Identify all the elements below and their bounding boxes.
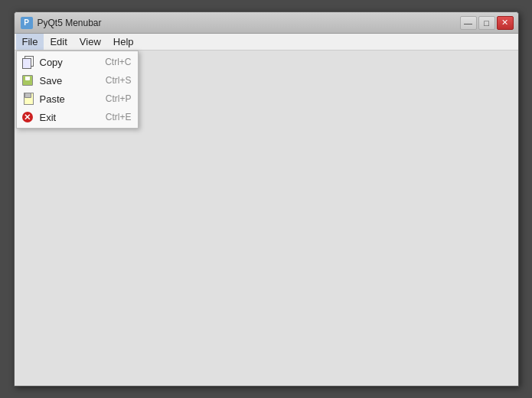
copy-icon xyxy=(20,54,35,70)
exit-icon: ✕ xyxy=(20,109,35,125)
menu-bar: File Copy Ctrl+C Save Ctrl+S xyxy=(15,34,518,51)
menu-action-save[interactable]: Save Ctrl+S xyxy=(17,71,138,90)
title-bar-left: P PyQt5 Menubar xyxy=(21,17,102,29)
save-label: Save xyxy=(40,75,86,86)
paste-icon xyxy=(20,91,35,106)
minimize-button[interactable]: — xyxy=(460,16,477,30)
exit-label: Exit xyxy=(40,112,86,123)
menu-item-edit[interactable]: Edit xyxy=(44,34,73,50)
paste-shortcut: Ctrl+P xyxy=(106,93,132,104)
window-title: PyQt5 Menubar xyxy=(38,18,102,28)
maximize-button[interactable]: □ xyxy=(478,16,495,30)
save-icon xyxy=(20,73,35,88)
window-icon: P xyxy=(21,17,33,29)
title-buttons: — □ ✕ xyxy=(460,16,514,30)
close-button[interactable]: ✕ xyxy=(497,16,514,30)
menu-item-view[interactable]: View xyxy=(73,34,107,50)
main-window: P PyQt5 Menubar — □ ✕ File Copy Ctrl+C xyxy=(14,11,519,387)
save-shortcut: Ctrl+S xyxy=(106,75,132,86)
copy-label: Copy xyxy=(40,57,86,68)
title-bar: P PyQt5 Menubar — □ ✕ xyxy=(15,12,518,34)
exit-shortcut: Ctrl+E xyxy=(106,112,132,122)
menu-action-copy[interactable]: Copy Ctrl+C xyxy=(17,53,138,71)
menu-action-paste[interactable]: Paste Ctrl+P xyxy=(17,90,138,108)
menu-action-exit[interactable]: ✕ Exit Ctrl+E xyxy=(17,108,138,126)
menu-item-help[interactable]: Help xyxy=(107,34,140,50)
menu-item-file[interactable]: File Copy Ctrl+C Save Ctrl+S xyxy=(16,34,44,50)
paste-label: Paste xyxy=(40,93,86,105)
copy-shortcut: Ctrl+C xyxy=(105,57,131,67)
file-dropdown: Copy Ctrl+C Save Ctrl+S Paste Ctrl+P xyxy=(16,51,139,129)
